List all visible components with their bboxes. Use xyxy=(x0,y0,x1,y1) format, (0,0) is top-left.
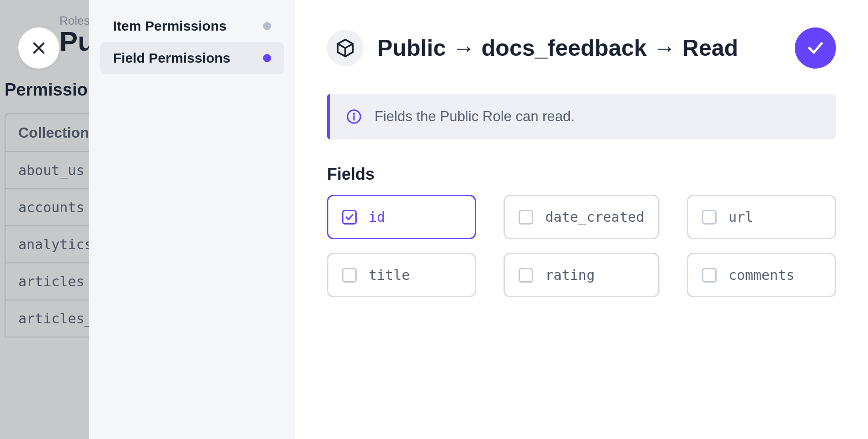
field-card-id[interactable]: id xyxy=(327,195,476,239)
field-label: id xyxy=(369,209,385,225)
svg-point-4 xyxy=(354,113,354,114)
field-card-title[interactable]: title xyxy=(327,253,476,297)
close-icon xyxy=(31,40,47,56)
check-icon xyxy=(806,39,825,57)
sidebar-panel: Item Permissions Field Permissions xyxy=(89,0,295,439)
check-icon xyxy=(345,213,354,222)
drawer-header: Public → docs_feedback → Read xyxy=(327,27,836,69)
checkbox[interactable] xyxy=(702,268,717,283)
header-icon-container xyxy=(327,30,364,66)
fields-section: Fields id date_created xyxy=(327,165,836,297)
sidebar-item-field-permissions[interactable]: Field Permissions xyxy=(100,42,284,74)
status-dot-icon xyxy=(263,22,271,30)
main-drawer: Public → docs_feedback → Read Fields the… xyxy=(295,0,868,439)
field-label: title xyxy=(369,267,410,283)
fields-grid: id date_created url xyxy=(327,195,836,297)
checkbox[interactable] xyxy=(702,210,717,225)
field-card-url[interactable]: url xyxy=(687,195,836,239)
field-card-rating[interactable]: rating xyxy=(504,253,659,297)
sidebar-item-label: Field Permissions xyxy=(113,50,230,66)
sidebar-item-item-permissions[interactable]: Item Permissions xyxy=(100,10,284,42)
cube-icon xyxy=(335,38,355,58)
close-button[interactable] xyxy=(18,27,59,69)
fields-heading: Fields xyxy=(327,165,836,184)
info-banner: Fields the Public Role can read. xyxy=(327,94,836,139)
status-dot-icon xyxy=(263,54,271,62)
field-label: url xyxy=(729,209,753,225)
checkbox[interactable] xyxy=(342,268,357,283)
checkbox[interactable] xyxy=(519,210,533,225)
field-card-date-created[interactable]: date_created xyxy=(504,195,659,239)
confirm-button[interactable] xyxy=(795,27,836,69)
info-icon xyxy=(346,109,362,124)
field-card-comments[interactable]: comments xyxy=(687,253,836,297)
info-banner-text: Fields the Public Role can read. xyxy=(375,108,575,125)
sidebar-item-label: Item Permissions xyxy=(113,18,226,34)
field-label: rating xyxy=(545,267,595,283)
checkbox[interactable] xyxy=(342,210,357,225)
field-label: comments xyxy=(729,267,795,283)
drawer-title: Public → docs_feedback → Read xyxy=(377,35,781,61)
checkbox[interactable] xyxy=(519,268,533,283)
field-label: date_created xyxy=(545,209,644,225)
